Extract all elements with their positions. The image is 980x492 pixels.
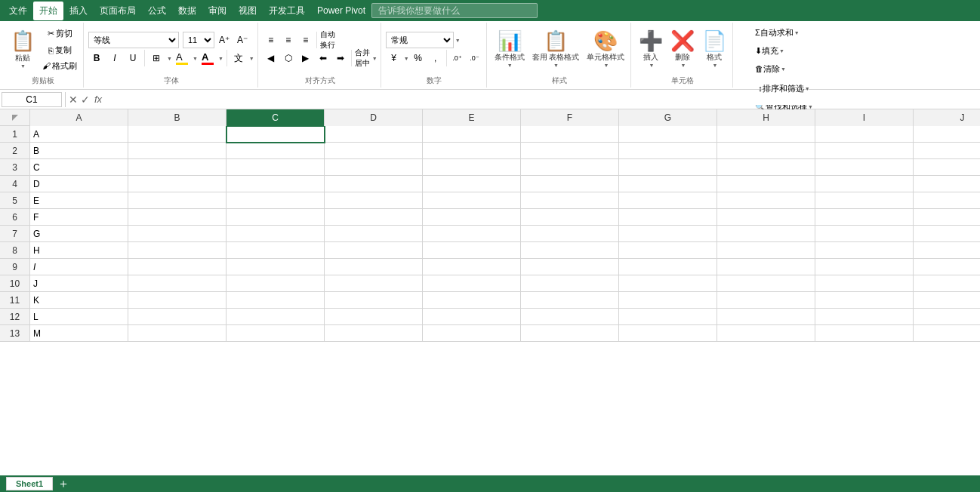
corner-cell[interactable] — [0, 109, 30, 125]
menu-formula[interactable]: 公式 — [142, 2, 172, 20]
cell-e10[interactable] — [423, 275, 521, 292]
cell-a9[interactable]: I — [30, 259, 128, 275]
cell-b12[interactable] — [128, 309, 227, 325]
cell-j13[interactable] — [914, 325, 980, 342]
align-top-left-button[interactable]: ≡ — [263, 32, 279, 48]
copy-button[interactable]: ⎘ 复制 — [39, 42, 80, 59]
col-header-f[interactable]: F — [521, 109, 619, 126]
wrap-text-button[interactable]: 自动换行 — [319, 32, 336, 48]
cell-j8[interactable] — [914, 242, 980, 259]
fill-color-button[interactable]: A — [174, 50, 190, 66]
menu-power-pivot[interactable]: Power Pivot — [311, 2, 371, 19]
clear-button[interactable]: 🗑 清除 ▼ — [751, 60, 790, 77]
row-header-6[interactable]: 6 — [0, 209, 30, 226]
cell-i2[interactable] — [815, 143, 914, 159]
cell-e1[interactable] — [423, 126, 521, 143]
row-header-4[interactable]: 4 — [0, 176, 30, 192]
cell-e6[interactable] — [423, 209, 521, 226]
table-style-button[interactable]: 📋 套用 表格格式 ▼ — [529, 26, 583, 72]
cell-e7[interactable] — [423, 226, 521, 242]
cell-g4[interactable] — [619, 176, 717, 192]
cell-b9[interactable] — [128, 259, 227, 275]
delete-button[interactable]: ❌ 删除 ▼ — [667, 26, 698, 72]
cell-c4[interactable] — [227, 176, 325, 192]
align-right-button[interactable]: ▶ — [297, 50, 314, 66]
cell-i4[interactable] — [815, 176, 914, 192]
cell-reference-input[interactable] — [2, 92, 62, 107]
cell-d9[interactable] — [325, 259, 423, 275]
paste-button[interactable]: 📋 粘贴 ▼ — [6, 26, 39, 73]
menu-home[interactable]: 开始 — [33, 2, 63, 20]
cell-i9[interactable] — [815, 259, 914, 275]
cell-g1[interactable] — [619, 126, 717, 143]
cell-h9[interactable] — [717, 259, 815, 275]
menu-data[interactable]: 数据 — [172, 2, 202, 20]
cell-b8[interactable] — [128, 242, 227, 259]
cell-c10[interactable] — [227, 275, 325, 292]
border-button[interactable]: ⊞ — [148, 50, 165, 66]
cell-f12[interactable] — [521, 309, 619, 325]
cell-h1[interactable] — [717, 126, 815, 143]
cell-h11[interactable] — [717, 292, 815, 309]
cell-j12[interactable] — [914, 309, 980, 325]
font-color-button[interactable]: A — [199, 50, 216, 66]
cell-f7[interactable] — [521, 226, 619, 242]
cell-f3[interactable] — [521, 159, 619, 176]
menu-developer[interactable]: 开发工具 — [263, 2, 311, 20]
col-header-c[interactable]: C — [227, 109, 325, 126]
cell-g5[interactable] — [619, 192, 717, 209]
cell-c12[interactable] — [227, 309, 325, 325]
cell-d13[interactable] — [325, 325, 423, 342]
font-name-select[interactable]: 等线 — [88, 32, 179, 48]
cell-c7[interactable] — [227, 226, 325, 242]
cell-a5[interactable]: E — [30, 192, 128, 209]
cell-j3[interactable] — [914, 159, 980, 176]
cell-f10[interactable] — [521, 275, 619, 292]
cell-j5[interactable] — [914, 192, 980, 209]
cell-g9[interactable] — [619, 259, 717, 275]
cell-a4[interactable]: D — [30, 176, 128, 192]
col-header-e[interactable]: E — [423, 109, 521, 126]
align-center-button[interactable]: ⬡ — [280, 50, 297, 66]
cell-e13[interactable] — [423, 325, 521, 342]
cell-c9[interactable] — [227, 259, 325, 275]
change-case-button[interactable]: 文 — [230, 50, 247, 66]
italic-button[interactable]: I — [106, 50, 123, 66]
cell-c1[interactable] — [227, 126, 325, 143]
menu-view[interactable]: 视图 — [233, 2, 263, 20]
cell-f13[interactable] — [521, 325, 619, 342]
cell-i5[interactable] — [815, 192, 914, 209]
cancel-formula-icon[interactable]: ✕ — [69, 94, 78, 106]
cell-h6[interactable] — [717, 209, 815, 226]
cell-styles-button[interactable]: 🎨 单元格样式 ▼ — [584, 26, 627, 72]
autosum-button[interactable]: Σ 自动求和 ▼ — [751, 24, 803, 41]
cell-e12[interactable] — [423, 309, 521, 325]
cell-b5[interactable] — [128, 192, 227, 209]
underline-button[interactable]: U — [125, 50, 141, 66]
cell-a2[interactable]: B — [30, 143, 128, 159]
row-header-2[interactable]: 2 — [0, 143, 30, 159]
cell-d4[interactable] — [325, 176, 423, 192]
cell-j9[interactable] — [914, 259, 980, 275]
cell-b11[interactable] — [128, 292, 227, 309]
row-header-1[interactable]: 1 — [0, 126, 30, 143]
currency-button[interactable]: ¥ — [386, 50, 402, 66]
col-header-a[interactable]: A — [30, 109, 128, 126]
cell-g12[interactable] — [619, 309, 717, 325]
cell-b4[interactable] — [128, 176, 227, 192]
cell-i8[interactable] — [815, 242, 914, 259]
decrease-font-button[interactable]: A⁻ — [234, 32, 251, 48]
cell-f4[interactable] — [521, 176, 619, 192]
cell-h12[interactable] — [717, 309, 815, 325]
format-painter-button[interactable]: 🖌 格式刷 — [39, 59, 80, 73]
cell-c6[interactable] — [227, 209, 325, 226]
cell-c13[interactable] — [227, 325, 325, 342]
cell-j7[interactable] — [914, 226, 980, 242]
cell-f2[interactable] — [521, 143, 619, 159]
cell-j4[interactable] — [914, 176, 980, 192]
cell-h3[interactable] — [717, 159, 815, 176]
cell-e8[interactable] — [423, 242, 521, 259]
cell-d8[interactable] — [325, 242, 423, 259]
formula-input[interactable] — [106, 94, 978, 105]
cell-g6[interactable] — [619, 209, 717, 226]
